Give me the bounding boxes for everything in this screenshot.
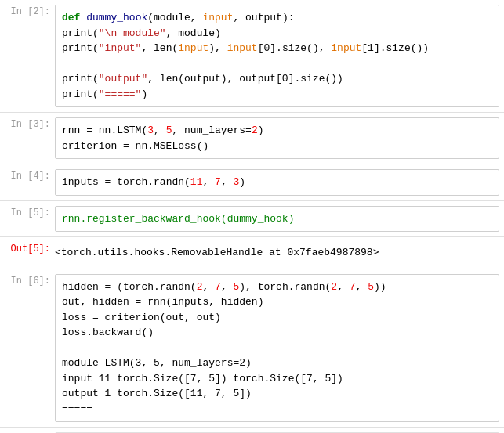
cell-4: Out[5]:<torch.utils.hooks.RemovableHandl… <box>0 237 504 269</box>
cell-3: In [5]:rnn.register_backward_hook(dummy_… <box>0 201 504 238</box>
cell-label-2: In [4]: <box>0 168 55 197</box>
code-line: print("=====") <box>62 87 492 103</box>
cell-label-5: In [6]: <box>0 272 55 424</box>
cell-content-3[interactable]: rnn.register_backward_hook(dummy_hook) <box>55 206 499 233</box>
cell-0: In [2]:def dummy_hook(module, input, out… <box>0 0 504 113</box>
cell-label-1: In [3]: <box>0 116 55 161</box>
code-line: hidden = (torch.randn(2, 7, 5), torch.ra… <box>62 280 492 295</box>
cell-label-4: Out[5]: <box>0 240 55 265</box>
cell-label-3: In [5]: <box>0 204 55 234</box>
code-line: loss.backward() <box>62 325 492 341</box>
code-line: out, hidden = rnn(inputs, hidden) <box>62 294 492 310</box>
notebook: In [2]:def dummy_hook(module, input, out… <box>0 0 504 433</box>
cell-label-0: In [2]: <box>0 3 55 109</box>
cell-output-4: <torch.utils.hooks.RemovableHandle at 0x… <box>55 242 499 264</box>
code-line: rnn.register_backward_hook(dummy_hook) <box>62 211 492 227</box>
code-line: def dummy_hook(module, input, output): <box>62 10 492 26</box>
code-line: print("\n module", module) <box>62 26 492 41</box>
cell-2: In [4]:inputs = torch.randn(11, 7, 3) <box>0 164 504 201</box>
cell-1: In [3]:rnn = nn.LSTM(3, 5, num_layers=2)… <box>0 113 504 164</box>
code-line: output 1 torch.Size([11, 7, 5]) <box>62 386 492 402</box>
code-line <box>62 56 492 72</box>
cell-5: In [6]:hidden = (torch.randn(2, 7, 5), t… <box>0 269 504 428</box>
code-line: rnn = nn.LSTM(3, 5, num_layers=2) <box>62 123 492 139</box>
code-line: inputs = torch.randn(11, 7, 3) <box>62 175 492 190</box>
code-line: module LSTM(3, 5, num_layers=2) <box>62 355 492 371</box>
cell-content-2[interactable]: inputs = torch.randn(11, 7, 3) <box>55 169 499 196</box>
code-line: ===== <box>62 402 492 417</box>
code-line: loss = criterion(out, out) <box>62 310 492 326</box>
code-line: criterion = nn.MSELoss() <box>62 139 492 154</box>
code-line: print("input", len(input), input[0].size… <box>62 41 492 56</box>
code-line <box>62 341 492 356</box>
cell-6: input: sequence x ((batch, output), (bat… <box>0 428 504 433</box>
code-line: input 11 torch.Size([7, 5]) torch.Size([… <box>62 371 492 387</box>
cell-content-1[interactable]: rnn = nn.LSTM(3, 5, num_layers=2)criteri… <box>55 117 499 159</box>
cell-content-5[interactable]: hidden = (torch.randn(2, 7, 5), torch.ra… <box>55 274 499 423</box>
code-line: print("output", len(output), output[0].s… <box>62 71 492 87</box>
cell-content-0[interactable]: def dummy_hook(module, input, output): p… <box>55 5 499 107</box>
